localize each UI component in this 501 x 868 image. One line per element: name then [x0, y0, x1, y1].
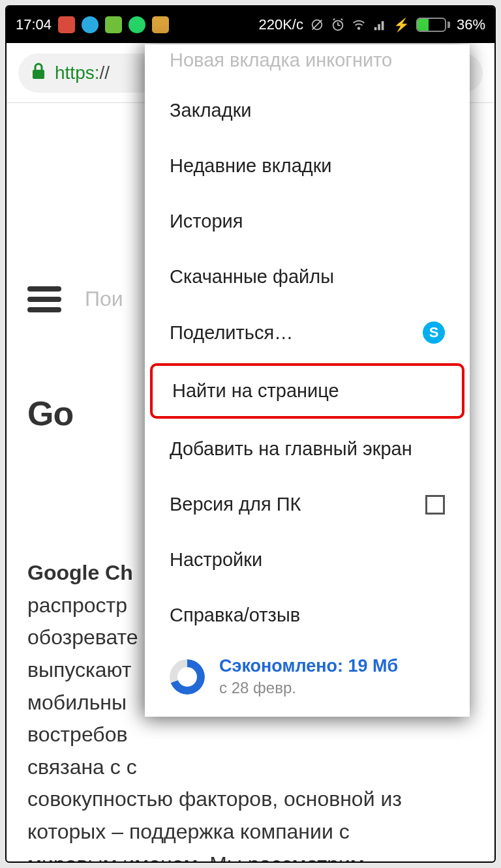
app-icon-4 [129, 16, 145, 33]
menu-label: Справка/отзыв [170, 605, 300, 626]
battery-percent: 36% [457, 16, 485, 33]
menu-item-share[interactable]: Поделиться… S [145, 305, 470, 361]
menu-item-new-incognito[interactable]: Новая вкладка инкогнито [145, 44, 470, 83]
menu-item-recent-tabs[interactable]: Недавние вкладки [145, 138, 470, 194]
svg-rect-8 [374, 27, 377, 31]
app-icon-3 [105, 16, 122, 33]
desktop-site-checkbox[interactable] [425, 495, 445, 515]
menu-label: Недавние вкладки [170, 155, 332, 177]
wifi-icon [352, 18, 366, 32]
menu-label: Скачанные файлы [170, 266, 334, 288]
search-placeholder[interactable]: Пои [85, 283, 123, 316]
menu-label: Найти на странице [172, 380, 339, 402]
lock-icon [31, 63, 46, 83]
menu-item-downloads[interactable]: Скачанные файлы [145, 249, 470, 305]
data-saver-icon [170, 659, 205, 695]
app-icon-1 [58, 16, 75, 33]
svg-line-6 [341, 19, 343, 20]
svg-point-7 [358, 27, 360, 29]
menu-item-bookmarks[interactable]: Закладки [145, 83, 470, 138]
chrome-dropdown-menu: Новая вкладка инкогнито Закладки Недавни… [145, 44, 470, 717]
phone-frame: 17:04 220K/c ⚡ 36% [5, 5, 496, 863]
menu-item-settings[interactable]: Настройки [145, 532, 470, 588]
menu-item-find-in-page[interactable]: Найти на странице [150, 363, 464, 419]
charging-icon: ⚡ [393, 17, 410, 33]
signal-icon [372, 18, 387, 32]
status-bar: 17:04 220K/c ⚡ 36% [7, 7, 494, 43]
status-right: 220K/c ⚡ 36% [258, 16, 485, 33]
data-saver-subtitle: с 28 февр. [219, 679, 398, 697]
menu-label: Добавить на главный экран [170, 438, 412, 460]
menu-label: История [170, 211, 243, 232]
hamburger-icon[interactable] [27, 286, 61, 312]
menu-item-desktop-site[interactable]: Версия для ПК [145, 477, 470, 532]
svg-rect-9 [378, 24, 380, 30]
status-left: 17:04 [16, 16, 169, 33]
data-saver-title: Сэкономлено: 19 Мб [219, 656, 398, 676]
net-speed: 220K/c [258, 16, 303, 33]
svg-rect-10 [382, 22, 384, 31]
menu-label: Закладки [170, 100, 252, 121]
skype-icon: S [423, 322, 445, 344]
menu-label: Новая вкладка инкогнито [170, 50, 392, 71]
menu-item-add-to-home[interactable]: Добавить на главный экран [145, 421, 470, 477]
menu-label: Версия для ПК [170, 494, 301, 515]
clock: 17:04 [16, 16, 52, 33]
battery-icon [416, 18, 450, 32]
url-text: https:// [55, 63, 110, 83]
app-icon-2 [82, 16, 99, 33]
app-icon-5 [152, 16, 169, 33]
alarm-icon [331, 18, 345, 32]
menu-item-help[interactable]: Справка/отзыв [145, 588, 470, 643]
vibrate-icon [310, 18, 324, 32]
menu-label: Поделиться… [170, 322, 293, 344]
svg-line-5 [333, 19, 335, 20]
data-saver-text: Сэкономлено: 19 Мб с 28 февр. [219, 656, 398, 697]
menu-item-history[interactable]: История [145, 194, 470, 249]
menu-label: Настройки [170, 549, 262, 571]
svg-rect-11 [33, 70, 44, 79]
data-saver-row[interactable]: Сэкономлено: 19 Мб с 28 февр. [145, 643, 470, 704]
